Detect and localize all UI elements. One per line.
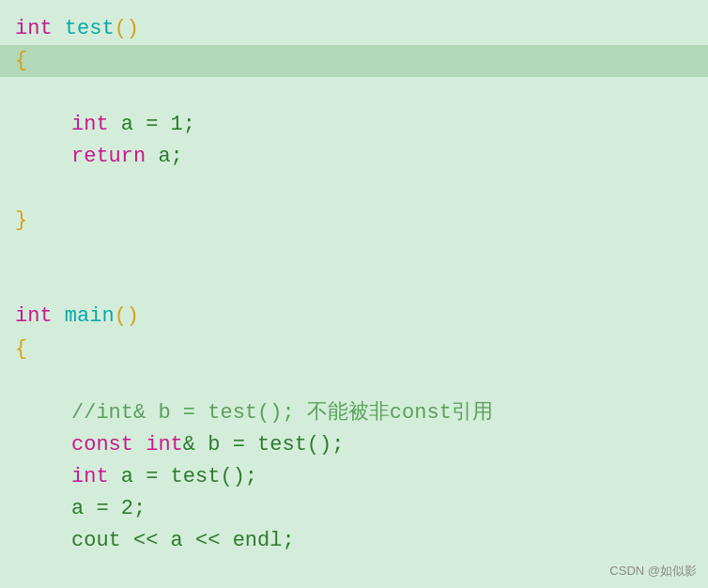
- line-10: int a = test();: [15, 461, 693, 493]
- space-2: [53, 301, 65, 333]
- keyword-int-2: int: [71, 109, 109, 141]
- code-a2: a = test();: [109, 461, 257, 493]
- line-1: int test(): [15, 13, 693, 45]
- blank-1: [15, 77, 693, 109]
- code-return-a: a;: [146, 141, 183, 173]
- code-editor: int test() { int a = 1; return a; } int …: [0, 0, 708, 588]
- code-a1: a = 1;: [109, 109, 195, 141]
- line-12: cout << a << endl;: [15, 525, 693, 557]
- code-cout: cout << a << endl;: [71, 525, 295, 557]
- line-4: return a;: [15, 141, 693, 173]
- brace-close-1: }: [15, 205, 27, 237]
- blank-4: [15, 269, 693, 301]
- blank-6: [15, 557, 693, 588]
- keyword-int-3: int: [15, 301, 53, 333]
- line-7: {: [15, 333, 693, 365]
- line-6: int main(): [15, 301, 693, 333]
- line-5: }: [15, 205, 693, 237]
- keyword-int-5: int: [71, 461, 109, 493]
- brace-open-2: {: [15, 333, 27, 365]
- brace-open-1: {: [15, 49, 27, 72]
- blank-3: [15, 237, 693, 269]
- keyword-int-4: int: [146, 429, 183, 461]
- line-11: a = 2;: [15, 493, 693, 525]
- blank-5: [15, 365, 693, 397]
- keyword-int-1: int: [15, 13, 53, 45]
- keyword-return-1: return: [71, 141, 146, 173]
- space-1: [53, 13, 65, 45]
- paren-1: (): [115, 13, 139, 45]
- comment-1: //int& b = test(); 不能被非const引用: [71, 397, 493, 429]
- code-const-b: & b = test();: [183, 429, 345, 461]
- line-9: const int& b = test();: [15, 429, 693, 461]
- func-test: test: [65, 13, 115, 45]
- space-3: [133, 429, 146, 461]
- blank-2: [15, 173, 693, 205]
- code-a-assign: a = 2;: [71, 493, 146, 525]
- paren-2: (): [115, 301, 139, 333]
- line-3: int a = 1;: [15, 109, 693, 141]
- watermark: CSDN @如似影: [609, 562, 697, 580]
- keyword-const: const: [71, 429, 133, 461]
- code-content: int test() { int a = 1; return a; } int …: [15, 9, 693, 588]
- func-main: main: [65, 301, 115, 333]
- line-2: {: [0, 45, 708, 77]
- line-8: //int& b = test(); 不能被非const引用: [15, 397, 693, 429]
